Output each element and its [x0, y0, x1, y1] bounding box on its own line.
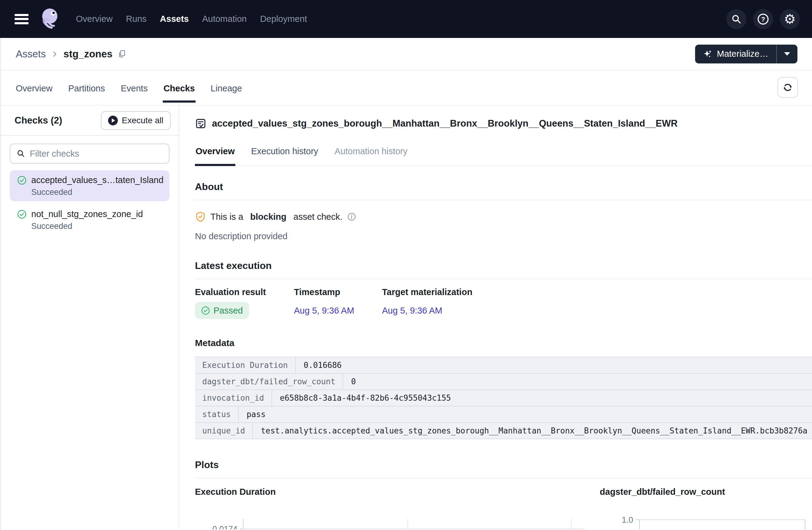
help-icon: ?	[757, 13, 769, 25]
blocking-text-prefix: This is a	[211, 212, 246, 222]
metadata-value: e658b8c8-3a1a-4b4f-82b6-4c955043c155	[272, 390, 812, 406]
check-circle-icon	[201, 306, 210, 315]
tab-lineage[interactable]: Lineage	[210, 84, 243, 105]
column-header-target-materialization: Target materialization	[382, 287, 473, 297]
metadata-value: 0.016686	[296, 357, 812, 373]
chart-canvas: 0.0174	[195, 519, 586, 529]
breadcrumb-assets-link[interactable]: Assets	[16, 48, 46, 60]
plots-heading: Plots	[195, 459, 812, 471]
timestamp-link[interactable]: Aug 5, 9:36 AM	[294, 306, 354, 315]
metadata-value: 0	[343, 374, 812, 389]
search-icon	[731, 14, 742, 25]
check-list: accepted_values_s…taten_Island__EWR Succ…	[10, 170, 170, 235]
shield-check-icon	[195, 211, 206, 222]
metadata-key: dagster_dbt/failed_row_count	[195, 374, 343, 389]
divider	[195, 279, 812, 279]
y-tick-label: 0.0174	[195, 525, 237, 529]
checks-count-title: Checks (2)	[15, 115, 62, 126]
about-heading: About	[195, 181, 812, 192]
search-icon	[16, 149, 26, 158]
gear-icon: ⚙	[784, 12, 796, 26]
asset-tabs: Overview Partitions Events Checks Lineag…	[1, 70, 812, 106]
nav-item-assets[interactable]: Assets	[160, 14, 189, 24]
tab-overview[interactable]: Overview	[15, 84, 53, 105]
table-row: invocation_id e658b8c8-3a1a-4b4f-82b6-4c…	[195, 390, 812, 407]
check-tab-automation-history: Automation history	[334, 146, 408, 165]
metadata-table: Execution Duration 0.016686 dagster_dbt/…	[195, 357, 812, 439]
materialize-split-button: Materialize…	[695, 45, 797, 63]
table-row: Execution Duration 0.016686	[195, 357, 812, 374]
chevron-down-icon	[784, 52, 790, 56]
refresh-icon	[782, 82, 794, 93]
copy-icon[interactable]	[117, 49, 126, 59]
metadata-key: invocation_id	[195, 390, 272, 406]
blocking-text-word: blocking	[250, 212, 286, 222]
check-status: Succeeded	[31, 188, 163, 197]
divider	[195, 200, 812, 200]
target-materialization-link[interactable]: Aug 5, 9:36 AM	[382, 306, 442, 315]
column-header-timestamp: Timestamp	[294, 287, 382, 297]
blocking-text-suffix: asset check.	[291, 212, 342, 222]
filter-checks-input[interactable]	[30, 149, 163, 159]
chart-title: dagster_dbt/failed_row_count	[600, 487, 812, 497]
refresh-button[interactable]	[778, 77, 798, 98]
divider	[195, 478, 812, 479]
check-name: accepted_values_s…taten_Island__EWR	[31, 175, 163, 185]
check-title: accepted_values_stg_zones_borough__Manha…	[212, 118, 678, 129]
breadcrumb-bar: Assets stg_zones Materialize…	[1, 38, 812, 70]
execution-duration-chart: Execution Duration 0.0174	[195, 487, 586, 529]
check-list-item[interactable]: not_null_stg_zones_zone_id Succeeded	[10, 204, 170, 235]
passed-label: Passed	[214, 306, 243, 316]
check-tab-overview[interactable]: Overview	[195, 146, 235, 165]
table-row: dagster_dbt/failed_row_count 0	[195, 374, 812, 390]
nav-item-runs[interactable]: Runs	[126, 14, 147, 24]
help-button[interactable]: ?	[753, 9, 773, 29]
metadata-value: pass	[239, 407, 812, 422]
no-description-text: No description provided	[195, 231, 812, 241]
latest-execution-heading: Latest execution	[195, 260, 812, 271]
hamburger-icon[interactable]	[15, 14, 29, 24]
check-circle-icon	[17, 175, 27, 185]
chevron-right-icon	[51, 50, 59, 58]
check-detail-pane: accepted_values_stg_zones_borough__Manha…	[179, 106, 812, 529]
settings-button[interactable]: ⚙	[780, 9, 800, 29]
metadata-key: status	[195, 407, 239, 422]
play-icon	[108, 116, 118, 126]
check-list-item[interactable]: accepted_values_s…taten_Island__EWR Succ…	[10, 170, 170, 201]
execute-all-button[interactable]: Execute all	[101, 111, 171, 130]
breadcrumb: Assets stg_zones	[16, 48, 126, 60]
failed-row-count-chart: dagster_dbt/failed_row_count 1.0 0.6	[600, 487, 812, 529]
check-tabs: Overview Execution history Automation hi…	[195, 146, 812, 166]
tab-checks[interactable]: Checks	[163, 84, 195, 105]
materialize-dropdown-button[interactable]	[777, 45, 797, 63]
nav-links: Overview Runs Assets Automation Deployme…	[76, 14, 307, 24]
nav-item-overview[interactable]: Overview	[76, 14, 113, 24]
chart-canvas: 1.0 0.6	[600, 519, 812, 529]
nav-item-deployment[interactable]: Deployment	[260, 14, 307, 24]
asset-name: stg_zones	[63, 48, 112, 60]
status-badge: Passed	[195, 302, 249, 319]
svg-text:?: ?	[761, 15, 765, 23]
materialize-button[interactable]: Materialize…	[695, 45, 776, 63]
column-header-evaluation-result: Evaluation result	[195, 287, 294, 297]
tab-events[interactable]: Events	[120, 84, 148, 105]
metadata-key: Execution Duration	[195, 357, 296, 373]
chart-title: Execution Duration	[195, 487, 586, 497]
materialize-label: Materialize…	[717, 49, 768, 59]
info-icon[interactable]	[347, 212, 356, 221]
check-circle-icon	[17, 209, 27, 219]
check-tab-execution-history[interactable]: Execution history	[250, 146, 319, 165]
check-status: Succeeded	[31, 222, 163, 231]
metadata-heading: Metadata	[195, 338, 812, 348]
dagster-logo[interactable]	[38, 6, 64, 32]
table-row: unique_id test.analytics.accepted_values…	[195, 423, 812, 439]
metadata-key: unique_id	[195, 423, 253, 439]
checks-sidebar: Checks (2) Execute all	[1, 106, 179, 529]
filter-checks-field	[10, 144, 170, 164]
tab-partitions[interactable]: Partitions	[68, 84, 106, 105]
execute-all-label: Execute all	[122, 116, 163, 126]
metadata-value: test.analytics.accepted_values_stg_zones…	[253, 423, 812, 439]
search-button[interactable]	[726, 9, 746, 29]
nav-item-automation[interactable]: Automation	[202, 14, 247, 24]
top-nav: Overview Runs Assets Automation Deployme…	[0, 0, 812, 38]
